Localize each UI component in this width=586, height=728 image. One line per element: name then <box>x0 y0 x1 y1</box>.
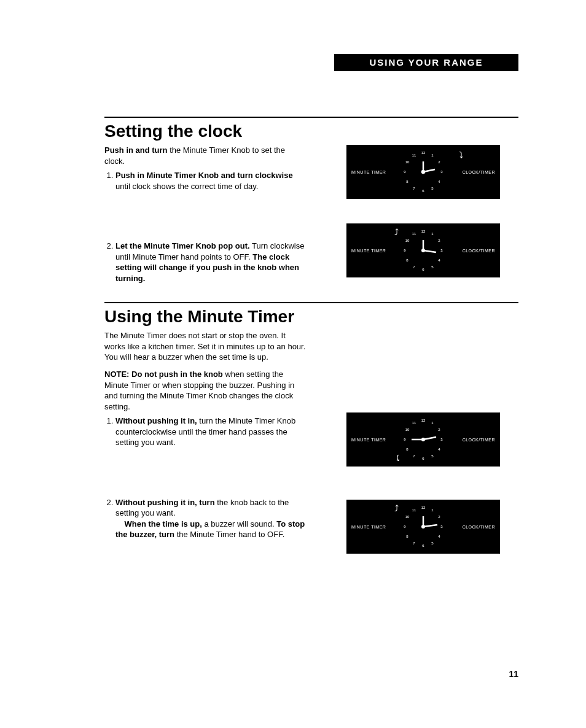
divider <box>104 302 518 303</box>
svg-text:4: 4 <box>438 535 440 538</box>
svg-text:12: 12 <box>421 151 426 155</box>
dial-left-label: MINUTE TIMER <box>351 249 386 253</box>
svg-text:12: 12 <box>421 506 426 509</box>
timer-step-1: Without pushing it in, turn the Minute T… <box>115 416 307 448</box>
clock-step-2: Let the Minute Timer Knob pop out. Turn … <box>115 241 307 284</box>
dial-right-label: CLOCK/TIMER <box>463 249 495 253</box>
svg-text:1: 1 <box>431 508 434 512</box>
svg-text:2: 2 <box>438 515 440 519</box>
svg-text:7: 7 <box>413 541 415 545</box>
svg-text:6: 6 <box>422 457 424 460</box>
dial-left-label: MINUTE TIMER <box>351 525 386 529</box>
svg-text:2: 2 <box>438 428 440 432</box>
svg-text:3: 3 <box>440 249 443 252</box>
svg-text:8: 8 <box>406 180 408 184</box>
svg-text:9: 9 <box>404 170 406 174</box>
svg-text:5: 5 <box>431 454 434 458</box>
dial-right-label: CLOCK/TIMER <box>463 170 495 174</box>
svg-text:1: 1 <box>431 232 434 236</box>
svg-text:8: 8 <box>406 535 408 538</box>
dial-right-label: CLOCK/TIMER <box>463 438 495 442</box>
timer-diagram-1: MINUTE TIMER CLOCK/TIMER 1212 345 678 91… <box>346 412 500 467</box>
svg-text:1: 1 <box>431 153 434 157</box>
svg-text:10: 10 <box>405 428 410 432</box>
svg-text:4: 4 <box>438 258 440 262</box>
svg-text:5: 5 <box>431 187 434 190</box>
svg-text:11: 11 <box>412 153 416 157</box>
svg-text:5: 5 <box>431 265 434 269</box>
svg-text:3: 3 <box>440 438 443 441</box>
timer-diagram-2: MINUTE TIMER CLOCK/TIMER 1212 345 678 91… <box>346 500 500 554</box>
svg-text:9: 9 <box>404 438 406 441</box>
svg-text:6: 6 <box>422 189 424 193</box>
svg-text:3: 3 <box>440 525 443 529</box>
svg-text:7: 7 <box>413 265 415 269</box>
svg-line-43 <box>423 437 436 440</box>
svg-text:12: 12 <box>421 230 426 233</box>
dial-left-label: MINUTE TIMER <box>351 170 386 174</box>
svg-text:10: 10 <box>405 239 410 242</box>
svg-text:8: 8 <box>406 258 408 262</box>
svg-text:8: 8 <box>406 447 408 451</box>
svg-text:2: 2 <box>438 239 440 242</box>
svg-text:1: 1 <box>431 421 434 425</box>
clock-diagram-2: MINUTE TIMER CLOCK/TIMER 1212 345 678 91… <box>346 223 500 277</box>
clock-intro: Push in and turn the Minute Timer Knob t… <box>104 145 307 166</box>
svg-text:12: 12 <box>421 419 426 422</box>
page-number: 11 <box>509 669 518 679</box>
dial-left-label: MINUTE TIMER <box>351 438 386 442</box>
clock-face-icon: 1212 345 678 91011 <box>399 416 447 463</box>
clock-diagram-1: MINUTE TIMER CLOCK/TIMER 1212 345 678 91… <box>346 145 500 199</box>
svg-text:7: 7 <box>413 454 415 458</box>
svg-text:4: 4 <box>438 180 440 184</box>
svg-text:6: 6 <box>422 544 424 548</box>
svg-text:2: 2 <box>438 160 440 164</box>
counterclockwise-arrow-icon: ⤹ <box>394 453 402 463</box>
divider <box>104 117 518 118</box>
timer-step-2: Without pushing it in, turn the knob bac… <box>115 497 307 540</box>
svg-line-13 <box>423 169 435 172</box>
svg-text:10: 10 <box>405 515 410 519</box>
clock-step-1: Push in Minute Timer Knob and turn clock… <box>115 170 307 192</box>
svg-text:11: 11 <box>412 232 416 236</box>
clock-face-icon: 1212 345 678 91011 <box>399 148 447 196</box>
clockwise-arrow-icon: ⤴ <box>394 503 399 513</box>
svg-line-58 <box>423 525 437 527</box>
clockwise-arrow-icon: ⤵ <box>459 150 463 160</box>
timer-note: NOTE: Do not push in the knob when setti… <box>104 369 307 412</box>
svg-text:10: 10 <box>405 160 410 164</box>
svg-text:6: 6 <box>422 268 424 271</box>
heading-minute-timer: Using the Minute Timer <box>104 307 518 327</box>
clock-face-icon: 1212 345 678 91011 <box>399 503 447 551</box>
heading-setting-clock: Setting the clock <box>104 122 518 141</box>
timer-intro: The Minute Timer does not start or stop … <box>104 330 307 363</box>
svg-text:9: 9 <box>404 249 406 252</box>
svg-text:4: 4 <box>438 447 440 451</box>
svg-line-28 <box>423 250 436 252</box>
clockwise-arrow-icon: ⤴ <box>394 227 399 237</box>
svg-text:11: 11 <box>412 508 416 512</box>
svg-text:5: 5 <box>431 541 434 545</box>
svg-text:11: 11 <box>412 421 416 425</box>
svg-text:7: 7 <box>413 187 415 190</box>
dial-right-label: CLOCK/TIMER <box>463 525 495 529</box>
svg-text:3: 3 <box>440 170 443 174</box>
clock-face-icon: 1212 345 678 91011 <box>399 227 447 274</box>
section-header-bar: USING YOUR RANGE <box>334 54 518 71</box>
svg-text:9: 9 <box>404 525 406 529</box>
